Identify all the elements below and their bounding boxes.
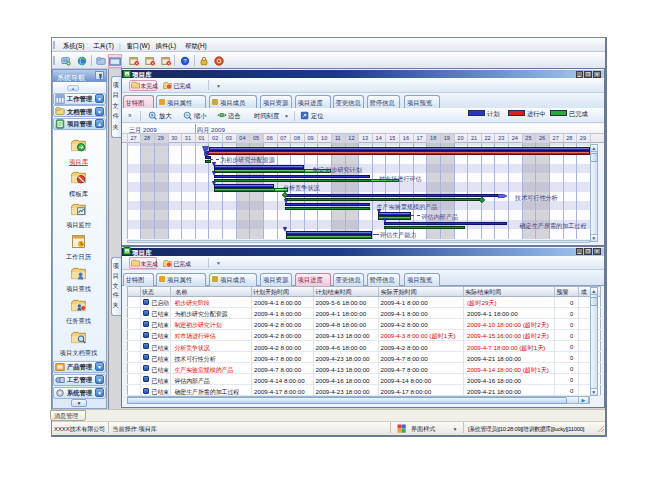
svg-text:?: ? xyxy=(183,57,187,64)
